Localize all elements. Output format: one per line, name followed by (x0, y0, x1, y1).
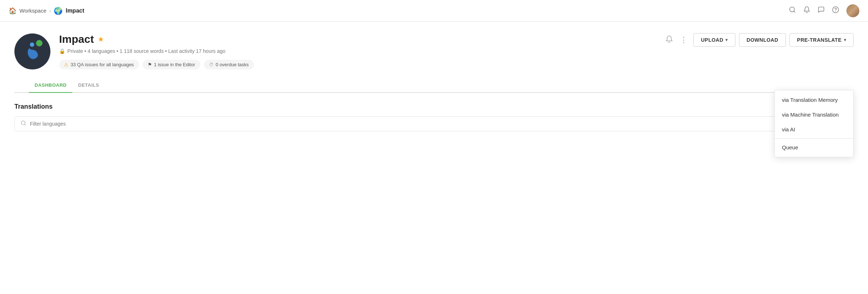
clock-icon: ⏱ (209, 62, 214, 67)
user-avatar[interactable] (846, 4, 859, 17)
dropdown-divider (775, 138, 853, 139)
project-badges: ⚠ 33 QA issues for all languages ⚑ 1 iss… (59, 60, 854, 69)
warning-icon: ⚠ (64, 62, 68, 67)
upload-button[interactable]: UPLOAD ▾ (693, 33, 735, 47)
download-label: DOWNLOAD (747, 37, 778, 43)
dropdown-item-tm[interactable]: via Translation Memory (775, 92, 853, 107)
top-nav: 🏠 Workspace › 🌍 Impact (0, 0, 868, 22)
pre-translate-dropdown-arrow: ▾ (844, 37, 846, 42)
overdue-tasks-badge[interactable]: ⏱ 0 overdue tasks (204, 60, 254, 69)
project-meta: 🔒 Private • 4 languages • 1 118 source w… (59, 48, 854, 54)
editor-issues-badge[interactable]: ⚑ 1 issue in the Editor (143, 60, 200, 69)
dropdown-item-queue[interactable]: Queue (775, 140, 853, 155)
tabs: DASHBOARD DETAILS (14, 78, 854, 93)
upload-dropdown-arrow: ▾ (725, 37, 728, 42)
translations-section: Translations (0, 93, 868, 141)
help-icon[interactable] (832, 6, 839, 15)
svg-rect-4 (30, 42, 34, 47)
project-meta-text: Private • 4 languages • 1 118 source wor… (67, 48, 225, 54)
search-icon[interactable] (789, 6, 796, 15)
pre-translate-label: PRE-TRANSLATE (797, 37, 842, 43)
chat-icon[interactable] (818, 6, 825, 15)
pre-translate-dropdown: via Translation Memory via Machine Trans… (774, 90, 854, 157)
translations-title: Translations (14, 103, 854, 110)
qa-issues-badge[interactable]: ⚠ 33 QA issues for all languages (59, 60, 139, 69)
tab-details[interactable]: DETAILS (72, 78, 105, 93)
flag-icon: ⚑ (148, 62, 152, 67)
filter-languages-bar (14, 116, 854, 131)
project-breadcrumb-name: Impact (66, 8, 84, 14)
overdue-tasks-label: 0 overdue tasks (216, 62, 249, 67)
pre-translate-button[interactable]: PRE-TRANSLATE ▾ (789, 33, 854, 47)
main-content: Impact ★ 🔒 Private • 4 languages • 1 118… (0, 22, 868, 294)
dropdown-item-ai[interactable]: via AI (775, 122, 853, 137)
workspace-link[interactable]: Workspace (19, 8, 46, 14)
svg-line-6 (24, 124, 26, 125)
filter-languages-input[interactable] (30, 121, 847, 127)
breadcrumb: 🏠 Workspace › 🌍 Impact (9, 6, 84, 15)
breadcrumb-chevron: › (49, 8, 51, 14)
header-actions: ⋮ UPLOAD ▾ DOWNLOAD PRE-TRANSLATE ▾ (664, 33, 854, 47)
qa-issues-label: 33 QA issues for all languages (71, 62, 134, 67)
favorite-star-icon[interactable]: ★ (98, 35, 104, 44)
project-logo (14, 33, 50, 69)
project-header: Impact ★ 🔒 Private • 4 languages • 1 118… (0, 22, 868, 93)
bell-icon[interactable] (803, 6, 810, 15)
home-icon[interactable]: 🏠 (9, 7, 17, 15)
nav-actions (789, 4, 859, 17)
filter-search-icon (21, 120, 26, 127)
globe-icon: 🌍 (54, 6, 63, 15)
tab-dashboard[interactable]: DASHBOARD (29, 78, 72, 93)
svg-line-1 (794, 11, 795, 13)
more-options-button[interactable]: ⋮ (678, 34, 690, 46)
editor-issues-label: 1 issue in the Editor (154, 62, 195, 67)
lock-icon: 🔒 (59, 48, 65, 54)
download-button[interactable]: DOWNLOAD (739, 33, 786, 47)
logo-dot (36, 40, 42, 46)
project-title: Impact (59, 33, 94, 45)
dropdown-item-mt[interactable]: via Machine Translation (775, 107, 853, 122)
notifications-bell-button[interactable] (664, 34, 675, 46)
upload-label: UPLOAD (701, 37, 723, 43)
